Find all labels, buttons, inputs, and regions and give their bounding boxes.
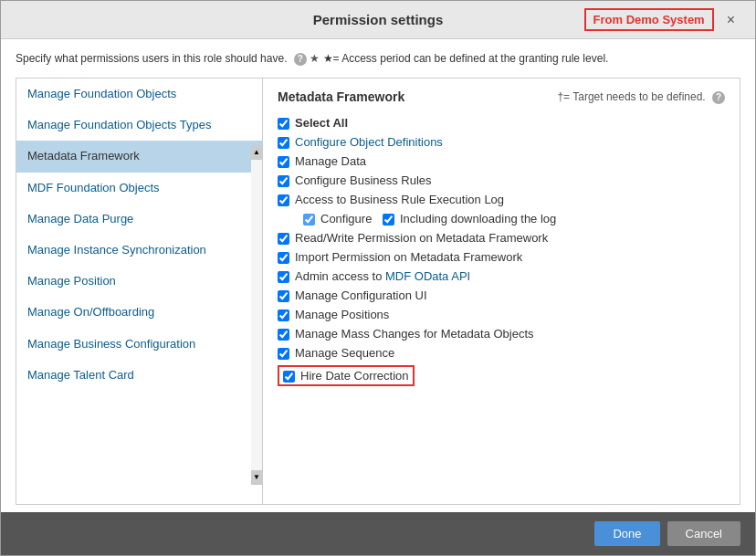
manage-config-ui-checkbox[interactable] xyxy=(278,290,289,302)
sidebar-item-manage-instance-sync[interactable]: Manage Instance Synchronization xyxy=(16,235,262,266)
scroll-down-arrow[interactable]: ▼ xyxy=(251,470,262,485)
including-download-checkbox[interactable] xyxy=(383,214,394,226)
list-item: Manage Sequence xyxy=(278,343,725,362)
admin-mdf-odata-label: Admin access to MDF OData API xyxy=(295,269,470,283)
list-item: Configure Object Definitions xyxy=(278,132,725,152)
star-icon: ★ xyxy=(310,52,320,65)
manage-mass-changes-label: Manage Mass Changes for Metadata Objects xyxy=(295,327,534,341)
target-info-icon: ? xyxy=(712,91,725,104)
scroll-up-arrow[interactable]: ▲ xyxy=(251,145,262,160)
configure-sub-checkbox[interactable] xyxy=(303,214,315,226)
done-button[interactable]: Done xyxy=(594,521,659,546)
description-line1: Specify what permissions users in this r… xyxy=(16,52,287,65)
list-item: Import Permission on Metadata Framework xyxy=(278,247,725,267)
list-item: Manage Mass Changes for Metadata Objects xyxy=(278,324,725,343)
list-item: Hire Date Correction xyxy=(278,362,725,389)
target-note: †= Target needs to be defined. ? xyxy=(557,90,725,104)
sidebar-item-manage-data-purge[interactable]: Manage Data Purge xyxy=(16,204,262,235)
section-title: Metadata Framework xyxy=(278,89,404,104)
sidebar-item-manage-talent-card[interactable]: Manage Talent Card xyxy=(16,360,262,391)
read-write-metadata-label: Read/Write Permission on Metadata Framew… xyxy=(295,231,548,245)
list-item: Manage Data xyxy=(278,152,725,171)
mdf-odata-link[interactable]: MDF OData API xyxy=(385,269,470,283)
manage-data-label: Manage Data xyxy=(295,154,366,168)
including-download-label: Including downloading the log xyxy=(400,212,556,226)
manage-config-ui-label: Manage Configuration UI xyxy=(295,288,427,302)
modal-footer: Done Cancel xyxy=(1,512,755,555)
list-item: Manage Configuration UI xyxy=(278,286,725,305)
manage-mass-changes-checkbox[interactable] xyxy=(278,329,289,341)
manage-sequence-checkbox[interactable] xyxy=(278,348,289,360)
sidebar: Manage Foundation Objects Manage Foundat… xyxy=(16,79,263,504)
sidebar-item-manage-position[interactable]: Manage Position xyxy=(16,266,262,297)
import-metadata-checkbox[interactable] xyxy=(278,252,289,264)
configure-business-rules-label: Configure Business Rules xyxy=(295,173,432,187)
hire-date-correction-label: Hire Date Correction xyxy=(300,369,409,383)
description-line2: ★= Access period can be defined at the g… xyxy=(323,52,609,65)
list-item: Manage Positions xyxy=(278,305,725,324)
modal-title: Permission settings xyxy=(257,12,499,27)
access-business-rule-checkbox[interactable] xyxy=(278,194,289,206)
modal-body: Specify what permissions users in this r… xyxy=(1,39,755,512)
section-header: Metadata Framework †= Target needs to be… xyxy=(278,89,725,104)
configure-object-definitions-checkbox[interactable] xyxy=(278,137,289,149)
hire-date-correction-checkbox[interactable] xyxy=(283,371,295,383)
sidebar-item-manage-foundation-objects-types[interactable]: Manage Foundation Objects Types xyxy=(16,110,262,141)
list-item: Admin access to MDF OData API xyxy=(278,267,725,286)
access-business-rule-label: Access to Business Rule Execution Log xyxy=(295,193,504,206)
configure-sub-label: Configure xyxy=(320,212,372,226)
manage-sequence-label: Manage Sequence xyxy=(295,346,394,360)
info-icon: ? xyxy=(294,53,307,66)
sidebar-item-manage-foundation-objects[interactable]: Manage Foundation Objects xyxy=(16,79,262,110)
sidebar-item-mdf-foundation-objects[interactable]: MDF Foundation Objects xyxy=(16,173,262,204)
list-item: Read/Write Permission on Metadata Framew… xyxy=(278,228,725,247)
manage-positions-checkbox[interactable] xyxy=(278,309,289,321)
import-metadata-label: Import Permission on Metadata Framework xyxy=(295,250,522,264)
list-item: Configure Including downloading the log xyxy=(278,209,725,228)
description-text: Specify what permissions users in this r… xyxy=(16,50,740,67)
content-area: Manage Foundation Objects Manage Foundat… xyxy=(16,78,740,505)
list-item: Access to Business Rule Execution Log xyxy=(278,190,725,209)
list-item: Select All xyxy=(278,113,725,132)
modal-header: Permission settings From Demo System × xyxy=(1,1,755,39)
permission-settings-modal: Permission settings From Demo System × S… xyxy=(0,0,756,556)
read-write-metadata-checkbox[interactable] xyxy=(278,233,289,245)
configure-object-definitions-link[interactable]: Configure Object Definitions xyxy=(295,135,443,149)
main-content: Metadata Framework †= Target needs to be… xyxy=(263,79,740,504)
permission-list: Select All Configure Object Definitions … xyxy=(278,113,725,389)
sidebar-item-manage-business-config[interactable]: Manage Business Configuration xyxy=(16,329,262,360)
select-all-checkbox[interactable] xyxy=(278,118,289,130)
cancel-button[interactable]: Cancel xyxy=(667,521,740,546)
manage-positions-label: Manage Positions xyxy=(295,308,389,321)
sidebar-item-manage-on-offboarding[interactable]: Manage On/Offboarding xyxy=(16,297,262,328)
select-all-label: Select All xyxy=(295,116,348,130)
manage-data-checkbox[interactable] xyxy=(278,156,289,168)
list-item: Configure Business Rules xyxy=(278,171,725,190)
admin-mdf-odata-checkbox[interactable] xyxy=(278,271,289,283)
configure-business-rules-checkbox[interactable] xyxy=(278,175,289,187)
sidebar-item-metadata-framework[interactable]: Metadata Framework xyxy=(16,141,262,172)
hire-date-correction-highlighted: Hire Date Correction xyxy=(278,365,415,386)
close-button[interactable]: × xyxy=(721,10,740,30)
demo-badge: From Demo System xyxy=(584,8,714,31)
